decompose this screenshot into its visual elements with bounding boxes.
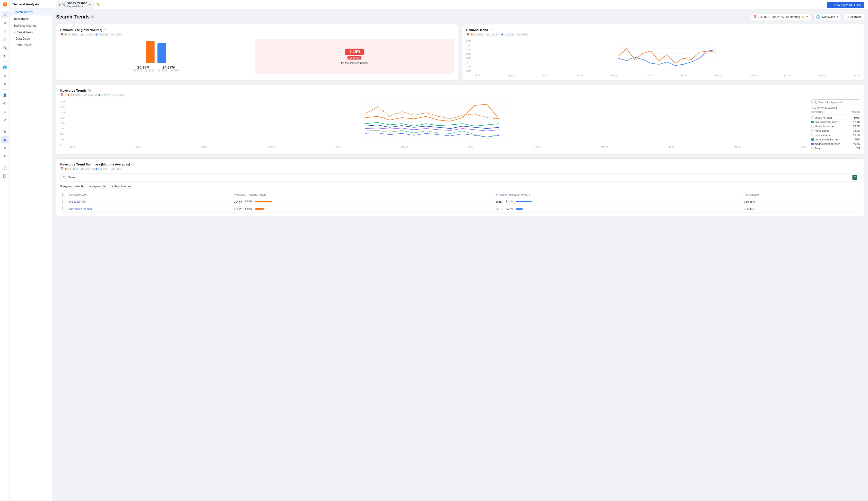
top-bar: 🔍 shoes for men Keyword Group ▼ ✏️ → Vie…	[52, 0, 868, 10]
change-pct: -6.19%	[345, 49, 364, 55]
nav-icon-chart[interactable]: 📊	[1, 36, 9, 43]
th-vol-prev: ● Volume (Previous Period)	[232, 191, 494, 198]
kw-row-total: Total 2M	[811, 146, 860, 150]
keywords-trends-card: Keywords Trends ⓘ 📅 ✓ Jul 2022 - Jun 202…	[56, 85, 864, 154]
demand-trend-info-icon[interactable]: ⓘ	[490, 28, 492, 32]
demand-size-info-icon[interactable]: ⓘ	[104, 28, 106, 32]
nav-icon-doc[interactable]: 📄	[1, 164, 9, 171]
kw-vol-4: 60.8K	[853, 134, 860, 137]
search-trends-label: Search Trends	[14, 10, 33, 14]
nav-icon-active[interactable]: ⊞	[1, 11, 9, 18]
nav-total-traffic[interactable]: Total Traffic	[10, 15, 52, 22]
kw-link-0[interactable]: shoes for men	[69, 200, 86, 203]
td-checkbox-1	[60, 205, 67, 213]
kw-row-4: men's shoes 60.8K	[811, 133, 860, 137]
kw-search-input[interactable]	[818, 101, 858, 104]
kw-vol-total: 2M	[856, 147, 860, 150]
kw-check-2[interactable]	[811, 125, 814, 128]
app-logo[interactable]: S	[2, 2, 7, 7]
kw-check-3[interactable]	[811, 129, 814, 132]
kw-name-4: men's shoes	[815, 134, 829, 137]
region-selector[interactable]: 🌐 Worldwide ▼	[813, 14, 842, 20]
th-checkbox	[60, 191, 67, 198]
traffic-icon: ⊡	[847, 15, 849, 19]
date-range-selector[interactable]: 📅 Jul 2023 - Jun 2024 (12 Months) ●● ▼	[751, 14, 811, 20]
trend-legend-blue	[501, 33, 503, 35]
nav-icon-tag[interactable]: 🏷	[1, 100, 9, 107]
nav-traffic-by-country[interactable]: Traffic by Country	[10, 22, 52, 29]
nav-icon-star[interactable]: ★	[1, 52, 9, 60]
td-pop-1: ↓ 25.46%	[742, 205, 860, 213]
kw-period1: Jul 2022 - Jun 2023	[71, 94, 94, 96]
kw-check-total[interactable]	[811, 147, 814, 149]
kw-col-keywords: Keywords	[811, 110, 823, 113]
page-title-info-icon[interactable]: ⓘ	[91, 15, 94, 19]
summary-search-input[interactable]	[68, 176, 851, 179]
nav-icon-active2[interactable]: ◉	[1, 136, 9, 143]
traffic-selector[interactable]: ⊡ All traffic	[844, 14, 864, 20]
view-keywords-btn[interactable]: → View keywords in list	[827, 2, 864, 8]
search-tracker-btn[interactable]: + Search tracker	[110, 184, 133, 189]
keyword-sub: Keyword Group	[67, 5, 87, 8]
calendar-icon: 📅	[753, 15, 757, 19]
nav-icon-search[interactable]: 🔍	[1, 44, 9, 51]
kw-check-0[interactable]	[811, 116, 814, 119]
nav-icon-bar[interactable]: ≡	[1, 144, 9, 152]
kw-vol-0: 191K	[854, 116, 860, 119]
row-checkbox-0[interactable]	[62, 200, 65, 203]
kw-link-1[interactable]: nike shoes for men	[69, 207, 92, 210]
nav-icon-magnify[interactable]: ⌕	[1, 108, 9, 115]
nav-data-results[interactable]: Data Results	[10, 42, 52, 48]
select-all-checkbox[interactable]	[62, 193, 65, 196]
summary-info-icon[interactable]: ⓘ	[131, 162, 134, 166]
nav-icon-globe[interactable]: 🌐	[1, 64, 9, 71]
kw-check-4[interactable]	[811, 134, 814, 136]
vol-bar-wrap-prev-1: 110.2K 5.09%	[234, 207, 492, 210]
kw-row-3: mens shoes 73.9K	[811, 129, 860, 133]
bar2-value: 24.37M	[158, 65, 179, 69]
demand-bars: 25.98M Jul 2022 - Jun 2023 24.37M Jul 20…	[60, 39, 252, 74]
nav-icon-refresh[interactable]: ↻	[1, 80, 9, 87]
row-checkbox-1[interactable]	[62, 207, 65, 210]
edit-icon[interactable]: ✏️	[96, 3, 100, 7]
demand-trend-card: Demand Trend ⓘ 📅 Jul 2022 - Jun 2023 vs …	[462, 24, 864, 81]
nav-icon-layers[interactable]: ⧖	[1, 72, 9, 79]
kw-vol-3: 73.9K	[853, 129, 860, 132]
keyword-list-btn[interactable]: + Keyword list	[88, 184, 108, 189]
svg-text:S: S	[4, 3, 6, 6]
nav-data-query[interactable]: Data Query	[10, 35, 52, 42]
keyword-chip[interactable]: 🔍 shoes for men Keyword Group ▼	[56, 0, 94, 9]
nav-icon-funnel[interactable]: ▼	[1, 152, 9, 160]
kw-name-3: mens shoes	[815, 129, 829, 132]
kw-check-6[interactable]: ▪	[811, 142, 814, 145]
nav-sneak-peek[interactable]: ▼ Sneak Peek	[10, 29, 52, 35]
kw-search-box[interactable]: 🔍	[811, 99, 860, 105]
kw-trends-title: Keywords Trends ⓘ	[60, 89, 860, 92]
kw-check-5[interactable]: ✓	[811, 138, 814, 141]
kw-trends-info-icon[interactable]: ⓘ	[88, 89, 90, 92]
total-traffic-label: Total Traffic	[14, 17, 29, 21]
nav-header: Demand Analysis	[10, 0, 52, 9]
td-keyword-0: shoes for men	[67, 198, 232, 205]
kw-check-1[interactable]: ✓	[811, 121, 814, 123]
bars-wrapper	[146, 39, 166, 63]
nav-search-trends[interactable]: Search Trends	[10, 9, 52, 15]
nav-icon-grid[interactable]: ⊟	[1, 28, 9, 35]
nav-icon-users[interactable]: 👤	[1, 92, 9, 99]
kw-chart-with-axis: 200K 175K 150K 125K 100K 75K 50K 25K 0	[60, 99, 807, 150]
vol-bar-prev-0	[255, 201, 272, 202]
nav-icon-trending[interactable]: ↗	[1, 116, 9, 124]
nav-menu: Search Trends Total Traffic Traffic by C…	[10, 9, 52, 48]
content-area: Search Trends ⓘ 📅 Jul 2023 - Jun 2024 (1…	[52, 10, 868, 501]
change-desc: for the selected period	[341, 62, 368, 64]
excel-export-icon[interactable]: X	[853, 175, 857, 180]
summary-search-box[interactable]: 🔍 X	[60, 173, 860, 181]
td-vol-sel-1: 82.1K 4.04%	[494, 205, 742, 213]
vol-bar-wrap-sel-0: 191K 9.41%	[496, 200, 740, 203]
demand-trend-title-text: Demand Trend	[466, 28, 488, 32]
kw-vol-1: 82.1K	[853, 120, 860, 124]
nav-icon-search2[interactable]: ⊕	[1, 128, 9, 135]
nav-icon-folder[interactable]: 🗂	[1, 19, 9, 26]
nav-icon-file[interactable]: 📋	[1, 172, 9, 180]
traffic-label: All traffic	[850, 15, 861, 19]
